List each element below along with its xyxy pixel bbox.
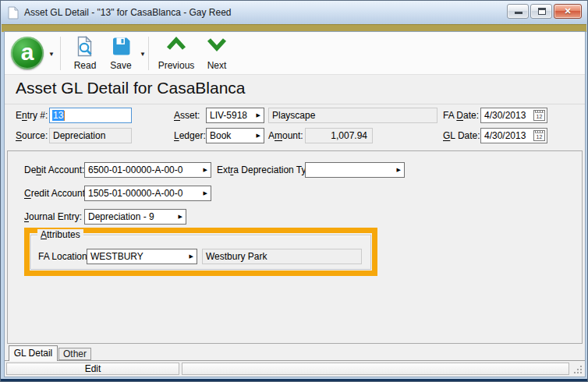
save-button[interactable]: Save <box>104 34 137 73</box>
heading-divider <box>5 104 585 104</box>
dropdown-arrow-icon: ▶ <box>204 163 207 177</box>
minimize-icon <box>515 12 522 14</box>
minimize-button[interactable] <box>507 4 529 19</box>
fa-date-label: FA Date: <box>443 108 479 123</box>
dropdown-arrow-icon: ▶ <box>257 108 260 122</box>
debit-account-dropdown[interactable]: 6500-01-00000-A-00-0▶ <box>84 162 211 178</box>
read-button-label: Read <box>74 60 97 71</box>
gl-date-input[interactable]: 4/30/2013 12 <box>480 128 547 143</box>
status-bar: Edit <box>5 361 585 377</box>
edit-button[interactable]: Edit <box>6 363 179 375</box>
ledger-dropdown[interactable]: Book▶ <box>206 128 264 143</box>
journal-entry-label: Journal Entry: <box>24 209 82 225</box>
restore-icon <box>538 8 546 15</box>
toolbar-separator <box>148 37 149 70</box>
logo-menu-arrow-icon[interactable]: ▼ <box>48 51 55 58</box>
next-button[interactable]: Next <box>200 34 234 73</box>
read-icon <box>75 36 95 60</box>
source-field: Depreciation <box>49 128 132 143</box>
fa-date-input[interactable]: 4/30/2013 12 <box>480 108 547 123</box>
source-label: Source: <box>16 128 48 143</box>
toolbar: a ▼ Read Save ▼ Previous <box>5 32 585 75</box>
amount-label: Amount: <box>268 128 303 143</box>
dropdown-arrow-icon: ▶ <box>204 186 207 200</box>
chevron-up-icon <box>166 36 186 56</box>
fa-location-dropdown[interactable]: WESTBURY▶ <box>87 249 197 264</box>
app-logo-button[interactable]: a <box>11 37 44 69</box>
calendar-icon[interactable]: 12 <box>533 130 545 141</box>
page-title: Asset GL Detail for CasaBlanca <box>16 79 246 97</box>
window-title: Asset GL Detail - "13" for CasaBlanca - … <box>24 1 232 24</box>
save-button-label: Save <box>110 60 131 71</box>
gl-date-label: GL Date: <box>443 128 480 143</box>
previous-button[interactable]: Previous <box>154 34 198 73</box>
title-bar[interactable]: Asset GL Detail - "13" for CasaBlanca - … <box>1 1 587 24</box>
asset-dropdown[interactable]: LIV-5918▶ <box>206 108 264 123</box>
fa-location-description-field: Westbury Park <box>202 249 362 264</box>
amount-field: 1,007.94 <box>305 128 373 143</box>
window-bottom-border <box>1 379 587 381</box>
client-area: a ▼ Read Save ▼ Previous <box>5 32 585 377</box>
extra-depreciation-type-label: Extra Depreciation Type: <box>217 162 319 178</box>
accent-strip <box>2 24 586 32</box>
close-button[interactable]: ✕ <box>554 4 582 19</box>
dropdown-arrow-icon: ▶ <box>190 249 193 264</box>
entry-value-selected: 13 <box>52 110 64 121</box>
dropdown-arrow-icon: ▶ <box>257 129 260 143</box>
close-icon: ✕ <box>554 5 581 18</box>
read-button[interactable]: Read <box>67 34 103 73</box>
journal-entry-dropdown[interactable]: Depreciation - 9▶ <box>84 209 186 225</box>
calendar-icon[interactable]: 12 <box>533 110 545 121</box>
tab-gl-detail[interactable]: GL Detail <box>9 345 58 361</box>
save-menu-arrow-icon[interactable]: ▼ <box>140 51 146 58</box>
restore-button[interactable] <box>530 4 552 19</box>
entry-input[interactable]: 13 <box>49 108 132 123</box>
entry-label: Entry #: <box>16 108 48 123</box>
resize-grip[interactable] <box>572 366 582 375</box>
asset-description-field: Playscape <box>268 108 437 123</box>
credit-account-dropdown[interactable]: 1505-01-00000-A-00-0▶ <box>84 186 211 201</box>
asset-label: Asset: <box>174 108 200 123</box>
app-window: Asset GL Detail - "13" for CasaBlanca - … <box>0 0 588 382</box>
attributes-legend: Attributes <box>37 229 83 240</box>
text-caret <box>64 111 65 121</box>
fa-location-label: FA Location: <box>38 249 90 264</box>
toolbar-separator <box>60 37 61 70</box>
next-button-label: Next <box>207 60 227 71</box>
dropdown-arrow-icon: ▶ <box>179 210 182 224</box>
ledger-label: Ledger: <box>174 128 206 143</box>
status-panel <box>182 363 569 375</box>
credit-account-label: Credit Account: <box>24 186 87 201</box>
debit-account-label: Debit Account: <box>24 162 84 178</box>
dropdown-arrow-icon: ▶ <box>397 163 401 177</box>
save-icon <box>111 36 131 60</box>
extra-depreciation-type-dropdown[interactable]: ▶ <box>305 162 405 178</box>
previous-button-label: Previous <box>158 60 195 71</box>
tab-other[interactable]: Other <box>58 348 91 360</box>
document-icon <box>8 6 19 23</box>
chevron-down-icon <box>207 36 227 56</box>
